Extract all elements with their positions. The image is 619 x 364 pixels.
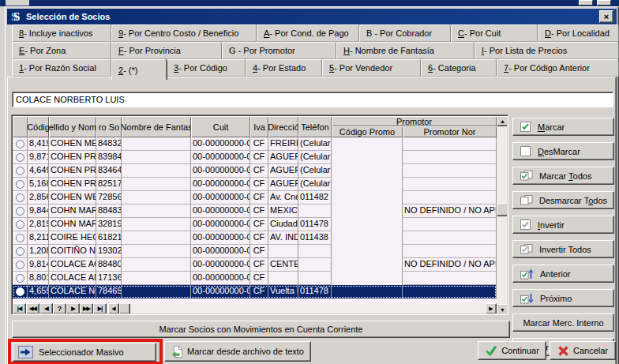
tab-1-por-raz-n-social[interactable]: 1 - Por Razón Social — [12, 59, 111, 77]
cell-selector — [13, 218, 28, 231]
header-promotor-group[interactable]: PromotorCódigo PromoPromotor Nor — [332, 116, 497, 137]
table-row[interactable]: 5,168COHEN PR8251700-00000000-0CFAGUER(C… — [13, 178, 497, 191]
tab-5-por-vendedor[interactable]: 5 - Por Vendedor — [322, 59, 421, 77]
table-row[interactable]: 2,856COHEN WE7285600-00000000-0CFAv. Cne… — [13, 191, 497, 205]
tab-9-por-centro-costo-beneficio[interactable]: 9 - Por Centro Costo / Beneficio — [111, 24, 257, 42]
scroll-up-icon[interactable]: ▲ — [497, 116, 507, 126]
table-row[interactable]: 2,819COHN MAR3281900-00000000-0CFCiudad0… — [13, 218, 497, 231]
row-radio-icon[interactable] — [16, 220, 24, 229]
tab-7-por-c-digo-anterior[interactable]: 7 - Por Código Anterior — [497, 59, 619, 77]
checkbox-down-arrow-icon — [520, 293, 534, 304]
checkbox-stack-checked-icon — [520, 171, 533, 181]
socio-search-input[interactable] — [12, 92, 613, 107]
proximo-button[interactable]: Próximo — [512, 289, 614, 307]
marcar-button[interactable]: Marcar — [512, 118, 614, 136]
header-c-dig[interactable]: Códig — [28, 116, 49, 137]
header-nombre-de-fantas[interactable]: Nombre de Fantas — [122, 116, 191, 137]
button-label: Marcar Merc. Interno — [523, 318, 603, 328]
desmarcar-todos-button[interactable]: Desmarcar Todos — [512, 191, 614, 209]
header-iva[interactable]: Iva — [250, 116, 268, 137]
tab-b-por-cobrador[interactable]: B - Por Cobrador — [359, 24, 451, 42]
continuar-button[interactable]: Continuar — [478, 341, 546, 360]
marcar-movimientos-button[interactable]: Marcar Socios con Movimientos en Cuenta … — [12, 321, 510, 338]
row-radio-icon[interactable] — [16, 247, 24, 256]
nav-first-button[interactable]: |◀ — [13, 303, 26, 313]
row-radio-icon[interactable] — [16, 207, 24, 216]
tab-6-categoria[interactable]: 6 - Categoria — [421, 59, 497, 77]
row-radio-icon[interactable] — [16, 193, 24, 202]
row-radio-icon[interactable] — [16, 261, 24, 269]
nav-prev-button[interactable]: ◀ — [39, 303, 53, 313]
tab-d-por-localidad[interactable]: D - Por Localidad — [538, 24, 619, 42]
row-radio-icon[interactable] — [16, 167, 24, 175]
cell-direccion: AV. IND — [268, 231, 298, 245]
row-radio-icon[interactable] — [16, 180, 24, 189]
scroll-right-icon[interactable]: ▶ — [486, 303, 497, 313]
seleccionador-masivo-button[interactable]: Seleccionador Masivo — [13, 343, 156, 362]
table-row[interactable]: 9,871COHEN PR8398400-00000000-0CFAGUER(C… — [13, 151, 497, 164]
row-radio-icon[interactable] — [16, 274, 24, 283]
header-ro-so[interactable]: ro So — [96, 116, 122, 137]
close-button[interactable]: × — [599, 10, 613, 23]
marcar-todos-button[interactable]: Marcar Todos — [512, 167, 614, 185]
nav-search-button[interactable]: ? — [53, 303, 66, 313]
scroll-down-icon[interactable]: ▼ — [497, 304, 507, 313]
header-direcci[interactable]: Direcció — [268, 116, 298, 137]
desmarcar-button[interactable]: DesMarcar — [512, 142, 614, 160]
tab-e-por-zona[interactable]: E - Por Zona — [12, 42, 111, 59]
tab-h-nombre-de-fantas-a[interactable]: H - Nombre de Fantasía — [336, 42, 475, 59]
header-promotor-nor[interactable]: Promotor Nor — [403, 126, 497, 137]
cell-codigo-promo — [332, 285, 403, 298]
header-ellido-y-nom[interactable]: ellido y Nom — [49, 116, 96, 137]
cell-direccion: AGUER — [268, 164, 298, 178]
cell-nro: 82517 — [96, 178, 122, 191]
header-cuit[interactable]: Cuit — [191, 116, 250, 137]
tab-c-por-cuit[interactable]: C - Por Cuit — [451, 24, 538, 42]
nav-next-button[interactable]: ▶ — [66, 303, 80, 313]
row-radio-icon[interactable] — [16, 234, 24, 242]
table-row[interactable]: 4,649COHEN PR8346400-00000000-0CFAGUER(C… — [13, 164, 497, 178]
checkbox-up-arrow-icon — [520, 268, 534, 280]
tab-f-por-provincia[interactable]: F - Por Provincia — [111, 42, 222, 59]
vertical-scrollbar[interactable]: ▲ ▼ — [497, 116, 507, 313]
horizontal-scroll-thumb[interactable] — [119, 303, 130, 313]
table-row[interactable]: 9,844COHN MAR8848300-00000000-0CFMEXICON… — [13, 205, 497, 218]
tab-8-incluye-inactivos[interactable]: 8 - Incluye inactivos — [12, 24, 111, 42]
cell-selector — [13, 258, 28, 272]
table-row[interactable]: 8,419COHEN ME8483200-00000000-0CFFREIRE(… — [13, 137, 497, 151]
tab-a-por-cond-de-pago[interactable]: A - Por Cond. de Pago — [257, 24, 359, 42]
anterior-button[interactable]: Anterior — [512, 265, 614, 283]
nav-last-button[interactable]: ▶| — [93, 303, 107, 313]
invertir-todos-button[interactable]: Invertir Todos — [512, 240, 614, 258]
tab-3-por-c-digo[interactable]: 3 - Por Código — [167, 59, 246, 77]
tab-g-por-promotor[interactable]: G - Por Promotor — [222, 42, 336, 59]
header-c-digo-promo[interactable]: Código Promo — [332, 126, 403, 137]
header-selector[interactable] — [13, 116, 28, 137]
cell-selector — [13, 151, 28, 164]
cell-iva: CF — [250, 272, 268, 285]
horizontal-scrollbar[interactable]: ◀ ▶ — [107, 303, 497, 313]
vertical-scroll-thumb[interactable] — [497, 203, 507, 216]
tab-2[interactable]: 2 - (*) — [111, 59, 167, 80]
tab-i-por-lista-de-precios[interactable]: I - Por Lista de Precios — [475, 42, 619, 59]
row-radio-icon[interactable] — [16, 153, 24, 162]
scroll-left-icon[interactable]: ◀ — [108, 303, 119, 313]
table-row[interactable]: 9,814COLACE AG8848000-00000000-0CFCENTEN… — [13, 258, 497, 272]
cell-direccion: Vuelta D — [268, 285, 298, 298]
table-row[interactable]: 8,211COIRE HEC6182100-00000000-0CFAV. IN… — [13, 231, 497, 245]
marcar-merc-interno-button[interactable]: Marcar Merc. Interno — [512, 313, 614, 332]
tab-4-por-estado[interactable]: 4 - Por Estado — [246, 59, 322, 77]
row-radio-icon[interactable] — [16, 140, 24, 148]
header-tel-fon[interactable]: Teléfon — [298, 116, 332, 137]
table-row[interactable]: 1,208COITIÑO NI1930200-00000000-0CF — [13, 245, 497, 258]
table-row[interactable]: 4,655COLACE NO7846500-00000000-0CFVuelta… — [13, 285, 497, 298]
cell-codigo-promo — [332, 231, 403, 245]
invertir-button[interactable]: Invertir — [512, 216, 614, 234]
table-row[interactable]: 8,801COLACE AN1713600-00000000-0CF — [13, 272, 497, 285]
row-radio-icon[interactable] — [16, 287, 24, 296]
cancelar-button[interactable]: Cancelar — [550, 341, 616, 360]
nav-fast-back-button[interactable]: ◀◀ — [26, 303, 39, 313]
marcar-desde-archivo-button[interactable]: Marcar desde archivo de texto — [164, 341, 311, 362]
cell-iva: CF — [250, 164, 268, 178]
nav-fast-forward-button[interactable]: ▶▶ — [80, 303, 93, 313]
